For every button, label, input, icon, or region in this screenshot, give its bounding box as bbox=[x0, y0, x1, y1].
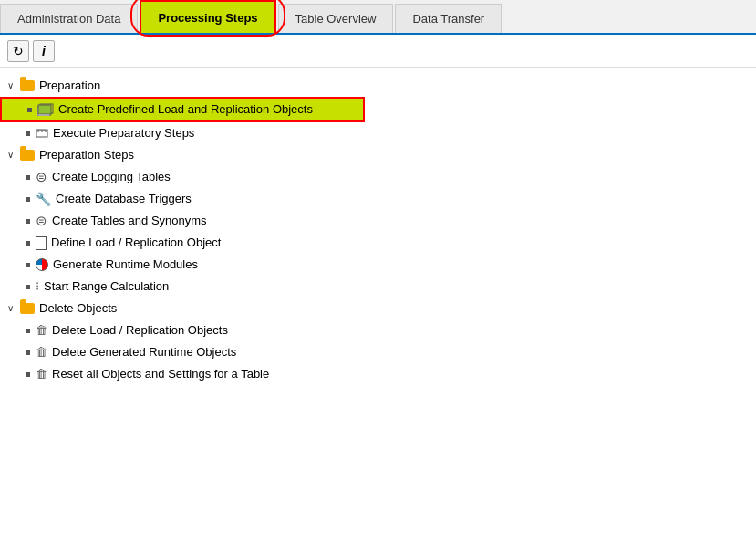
folder-icon-3 bbox=[20, 303, 35, 314]
folder-icon-2 bbox=[20, 150, 35, 161]
db-icon-2: ⊜ bbox=[36, 212, 47, 230]
item-execute-preparatory-label: Execute Preparatory Steps bbox=[53, 124, 194, 142]
tab-processing[interactable]: Processing Steps bbox=[140, 0, 275, 33]
bullet-icon bbox=[27, 108, 32, 112]
item-execute-preparatory[interactable]: Execute Preparatory Steps bbox=[0, 122, 756, 144]
db-icon: ⊜ bbox=[36, 168, 47, 186]
item-start-range-label: Start Range Calculation bbox=[44, 277, 169, 296]
svg-rect-2 bbox=[38, 105, 51, 114]
trash-icon-2: 🗑 bbox=[36, 343, 47, 361]
bullet-icon bbox=[26, 285, 30, 289]
group-preparation-label: Preparation bbox=[39, 77, 100, 95]
ruler-icon bbox=[36, 127, 48, 140]
item-create-triggers[interactable]: 🔧 Create Database Triggers bbox=[0, 188, 756, 210]
item-delete-generated[interactable]: 🗑 Delete Generated Runtime Objects bbox=[0, 341, 756, 363]
bullet-icon bbox=[26, 131, 30, 136]
item-create-predefined[interactable]: Create Predefined Load and Replication O… bbox=[0, 97, 365, 122]
group-preparation[interactable]: ∨ Preparation bbox=[0, 75, 756, 97]
item-delete-load-label: Delete Load / Replication Objects bbox=[52, 321, 228, 340]
item-define-load-label: Define Load / Replication Object bbox=[51, 234, 221, 252]
info-button[interactable]: i bbox=[33, 40, 55, 62]
item-create-tables-label: Create Tables and Synonyms bbox=[52, 212, 207, 230]
chevron-delete-objects: ∨ bbox=[7, 299, 18, 318]
tab-transfer-label: Data Transfer bbox=[412, 12, 484, 26]
item-start-range[interactable]: ⁝ Start Range Calculation bbox=[0, 276, 756, 298]
tab-admin[interactable]: Administration Data bbox=[0, 4, 138, 33]
group-preparation-steps[interactable]: ∨ Preparation Steps bbox=[0, 144, 756, 166]
bullet-icon bbox=[26, 175, 30, 180]
bullet-icon bbox=[26, 329, 30, 333]
stacked-icon bbox=[37, 103, 54, 116]
tab-table-label: Table Overview bbox=[295, 12, 377, 26]
item-delete-load[interactable]: 🗑 Delete Load / Replication Objects bbox=[0, 319, 756, 341]
item-delete-generated-label: Delete Generated Runtime Objects bbox=[52, 343, 236, 361]
bullet-icon bbox=[26, 372, 30, 377]
item-generate-runtime-label: Generate Runtime Modules bbox=[53, 256, 198, 274]
trash-icon-3: 🗑 bbox=[36, 365, 47, 383]
chevron-preparation-steps: ∨ bbox=[7, 146, 18, 164]
refresh-icon: ↻ bbox=[13, 44, 24, 58]
trash-icon: 🗑 bbox=[36, 321, 47, 340]
tab-processing-label: Processing Steps bbox=[158, 11, 257, 25]
pie-icon bbox=[36, 258, 48, 271]
item-create-logging[interactable]: ⊜ Create Logging Tables bbox=[0, 166, 756, 188]
tree-area: ∨ Preparation Create Predefined Load and… bbox=[0, 68, 756, 544]
tab-bar: Administration Data Processing Steps Tab… bbox=[0, 0, 756, 35]
group-delete-objects-label: Delete Objects bbox=[39, 299, 117, 318]
bullet-icon bbox=[26, 219, 30, 224]
bullet-icon bbox=[26, 197, 30, 202]
group-preparation-steps-label: Preparation Steps bbox=[39, 146, 134, 164]
chevron-preparation: ∨ bbox=[7, 77, 18, 95]
info-icon: i bbox=[42, 44, 46, 58]
tab-admin-label: Administration Data bbox=[17, 12, 120, 26]
tab-table[interactable]: Table Overview bbox=[278, 4, 394, 33]
item-create-predefined-label: Create Predefined Load and Replication O… bbox=[58, 100, 313, 119]
group-delete-objects[interactable]: ∨ Delete Objects bbox=[0, 298, 756, 319]
item-create-tables[interactable]: ⊜ Create Tables and Synonyms bbox=[0, 210, 756, 232]
item-reset-all[interactable]: 🗑 Reset all Objects and Settings for a T… bbox=[0, 363, 756, 385]
item-reset-all-label: Reset all Objects and Settings for a Tab… bbox=[52, 365, 269, 383]
folder-icon bbox=[20, 80, 35, 91]
item-create-logging-label: Create Logging Tables bbox=[52, 168, 171, 186]
refresh-button[interactable]: ↻ bbox=[7, 40, 29, 62]
bullet-icon bbox=[26, 241, 30, 246]
bullet-icon bbox=[26, 263, 30, 267]
bullet-icon bbox=[26, 350, 30, 355]
item-generate-runtime[interactable]: Generate Runtime Modules bbox=[0, 254, 756, 276]
tab-transfer[interactable]: Data Transfer bbox=[395, 4, 502, 33]
wrench-icon: 🔧 bbox=[36, 190, 51, 208]
item-create-triggers-label: Create Database Triggers bbox=[56, 190, 192, 208]
item-define-load[interactable]: Define Load / Replication Object bbox=[0, 232, 756, 254]
doc-icon bbox=[36, 236, 47, 250]
toolbar: ↻ i bbox=[0, 35, 756, 68]
grid-icon: ⁝ bbox=[36, 277, 39, 296]
